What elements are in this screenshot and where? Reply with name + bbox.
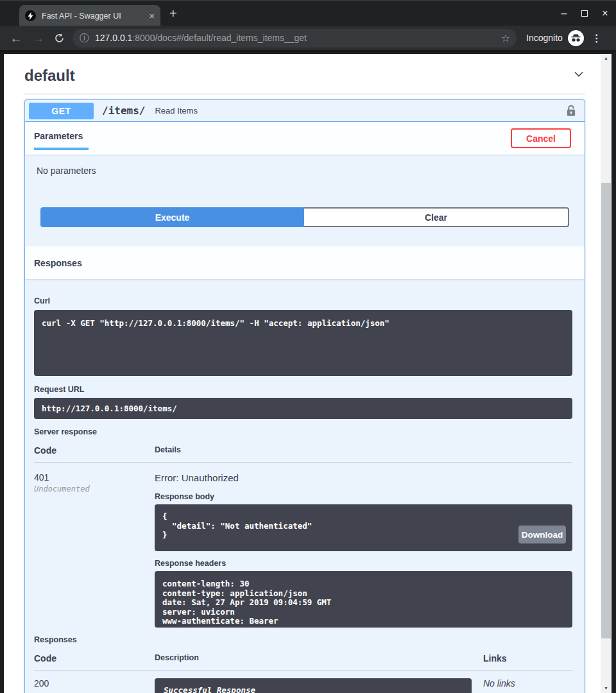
tab-close-icon[interactable]: ×: [149, 11, 155, 21]
browser-menu-icon[interactable]: ⋮: [592, 32, 602, 44]
request-url-label: Request URL: [34, 385, 572, 394]
response-headers-block: content-length: 30 content-type: applica…: [155, 571, 572, 628]
clear-button[interactable]: Clear: [304, 207, 569, 227]
server-response-table: Code Details 401 Undocumented Error: Una…: [34, 445, 572, 628]
column-header-description: Description: [155, 653, 483, 663]
page-info-icon[interactable]: ⓘ: [80, 32, 89, 44]
opblock-get-items: GET /items/ Read Items Parameters: [24, 99, 585, 693]
operation-summary[interactable]: GET /items/ Read Items: [25, 100, 585, 122]
curl-command-block[interactable]: curl -X GET "http://127.0.0.1:8000/items…: [34, 310, 572, 376]
response-body-block: { "detail": "Not authenticated" }Downloa…: [155, 504, 572, 551]
curl-label: Curl: [34, 296, 50, 305]
tab-parameters[interactable]: Parameters: [34, 130, 89, 150]
column-header-code: Code: [34, 653, 155, 663]
table-row: 200 Successful Response No links: [34, 671, 572, 693]
url-text[interactable]: 127.0.0.1:8000/docs#/default/read_items_…: [95, 33, 496, 43]
reload-icon[interactable]: [54, 33, 65, 44]
documented-description-block: Successful Response: [155, 678, 472, 693]
operation-path: /items/: [102, 105, 145, 117]
documented-responses-label: Responses: [34, 635, 572, 644]
window-close-icon[interactable]: ×: [599, 8, 611, 19]
url-path: :8000/docs#/default/read_items_items__ge…: [132, 33, 307, 43]
window-minimize-icon[interactable]: –: [558, 8, 570, 19]
address-bar[interactable]: ⓘ 127.0.0.1:8000/docs#/default/read_item…: [73, 29, 517, 47]
parameters-tab-label: Parameters: [34, 131, 83, 141]
window-maximize-icon[interactable]: [579, 8, 590, 19]
browser-titlebar: Fast API - Swagger UI × + – ×: [0, 0, 616, 26]
browser-toolbar: ← → ⓘ 127.0.0.1:8000/docs#/default/read_…: [0, 26, 616, 52]
column-header-code: Code: [34, 445, 155, 456]
scrollbar-thumb[interactable]: [601, 183, 611, 638]
parameters-body: No parameters Execute Clear: [25, 166, 585, 227]
url-host: 127.0.0.1: [95, 33, 132, 43]
browser-tab[interactable]: Fast API - Swagger UI ×: [19, 5, 160, 26]
responses-section-header: Responses: [25, 246, 585, 279]
section-collapse-chevron-icon[interactable]: [572, 69, 585, 83]
http-method-badge: GET: [29, 103, 94, 119]
section-divider: [24, 94, 585, 94]
incognito-icon: [568, 30, 584, 46]
server-response-label: Server response: [34, 427, 572, 436]
documented-status-code: 200: [34, 678, 155, 693]
cancel-button[interactable]: Cancel: [511, 128, 571, 148]
download-button[interactable]: Download: [518, 526, 566, 543]
swagger-page: default GET /items/ Read Items: [4, 54, 601, 693]
bookmark-star-icon[interactable]: ☆: [501, 32, 510, 44]
parameters-section-header: Parameters Cancel: [25, 122, 585, 155]
forward-icon[interactable]: →: [32, 32, 45, 44]
api-section-title: default: [24, 67, 75, 85]
authorize-lock-icon[interactable]: [567, 105, 576, 117]
response-error-title: Error: Unauthorized: [155, 472, 572, 483]
new-tab-icon[interactable]: +: [169, 6, 177, 21]
no-parameters-text: No parameters: [37, 166, 585, 176]
scroll-up-icon[interactable]: ▲: [601, 54, 612, 63]
responses-header-label: Responses: [34, 258, 82, 268]
column-header-details: Details: [155, 445, 572, 456]
response-body-label: Response body: [155, 492, 572, 501]
column-header-links: Links: [483, 653, 572, 663]
server-response-row: 401 Undocumented Error: Unauthorized Res…: [34, 463, 572, 628]
execute-wrapper: Execute Clear: [25, 207, 585, 227]
execute-button[interactable]: Execute: [40, 207, 304, 227]
operation-summary-text: Read Items: [155, 106, 197, 116]
documented-responses-table: Code Description Links 200 Successful Re…: [34, 653, 572, 693]
responses-body: Curl curl -X GET "http://127.0.0.1:8000/…: [25, 279, 585, 693]
response-body-json: { "detail": "Not authenticated" }: [162, 511, 312, 540]
request-url-value: http://127.0.0.1:8000/items/: [34, 398, 572, 419]
scroll-down-icon[interactable]: ▼: [601, 684, 612, 693]
back-icon[interactable]: ←: [10, 32, 22, 44]
active-tab-underline: [34, 148, 89, 150]
page-scrollbar[interactable]: ▲ ▼: [601, 54, 612, 693]
response-status-code: 401: [34, 472, 155, 483]
incognito-label: Incognito: [526, 33, 563, 43]
tab-title: Fast API - Swagger UI: [42, 12, 145, 21]
undocumented-note: Undocumented: [34, 484, 155, 493]
fastapi-favicon-icon: [25, 10, 36, 21]
response-headers-label: Response headers: [155, 559, 572, 568]
links-cell: No links: [483, 678, 572, 693]
